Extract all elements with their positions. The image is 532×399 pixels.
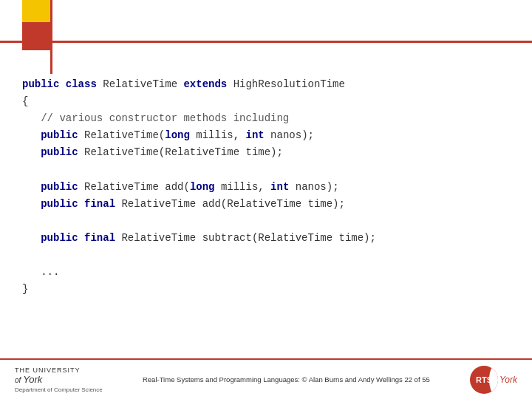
rts-circle-badge: RTS (470, 366, 498, 394)
main-content: public class RelativeTime extends HighRe… (22, 59, 510, 355)
code-line-10: public final RelativeTime subtract(Relat… (22, 232, 376, 244)
university-logo: The University of York (15, 366, 103, 385)
rts-logo-area: RTS York (470, 366, 517, 394)
code-block: public class RelativeTime extends HighRe… (22, 59, 510, 315)
code-line-8: public final RelativeTime add(RelativeTi… (22, 198, 345, 210)
university-name-block: The University of York (15, 366, 81, 385)
red-square (22, 22, 50, 50)
code-line-13: } (22, 283, 28, 295)
code-line-5: public RelativeTime(RelativeTime time); (22, 146, 283, 158)
code-line-3: // various constructor methods including (22, 112, 289, 124)
code-line-4: public RelativeTime(long millis, int nan… (22, 129, 314, 141)
university-info: The University of York Department of Com… (15, 366, 103, 393)
code-line-7: public RelativeTime add(long millis, int… (22, 181, 339, 193)
top-horizontal-line (0, 41, 532, 43)
university-of-text: of (15, 376, 21, 384)
rts-logo: RTS York (470, 366, 517, 394)
university-title-text: The University (15, 366, 81, 374)
footer-bar: The University of York Department of Com… (0, 358, 532, 399)
department-text: Department of Computer Science (15, 386, 103, 393)
copyright-text: Real-Time Systems and Programming Langua… (103, 375, 470, 383)
university-york-text: York (23, 374, 42, 385)
code-line-1: public class RelativeTime extends HighRe… (22, 78, 345, 90)
code-line-12: ... (22, 266, 59, 278)
code-line-11 (22, 249, 28, 261)
code-line-2: { (22, 95, 28, 107)
rts-label: RTS (476, 375, 492, 384)
rts-york-label: York (499, 375, 517, 385)
code-line-9 (22, 215, 28, 227)
code-line-6 (22, 164, 28, 176)
